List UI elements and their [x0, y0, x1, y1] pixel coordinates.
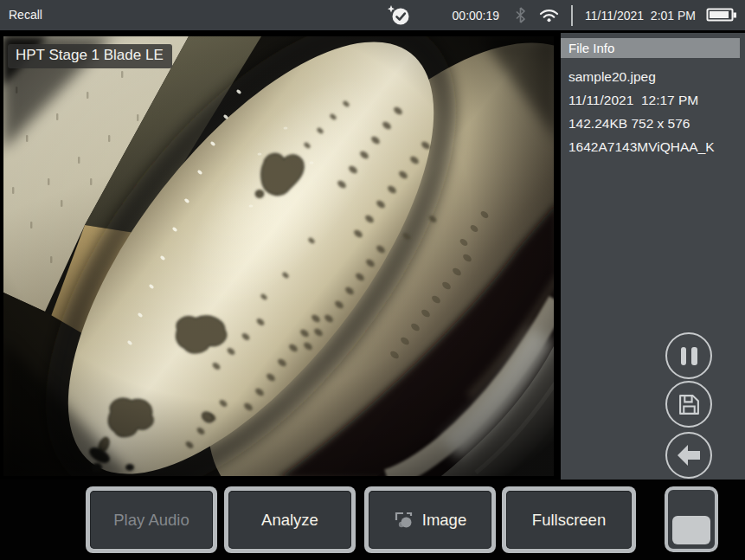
pause-button[interactable] [665, 332, 712, 379]
recording-timer: 00:00:19 [453, 9, 500, 23]
image-adjust-icon [394, 511, 414, 530]
image-label: Image [422, 511, 466, 530]
file-info-rows: sample20.jpeg 11/11/2021 12:17 PM 142.24… [561, 65, 745, 158]
borescope-photo [0, 33, 558, 480]
fullscreen-button[interactable]: Fullscreen [502, 486, 636, 553]
file-device-id: 1642A7143MViQHAA_K [561, 135, 745, 158]
analyze-button[interactable]: Analyze [224, 486, 356, 553]
battery-icon [706, 7, 738, 23]
image-viewport[interactable]: HPT Stage 1 Blade LE [0, 33, 558, 480]
file-info-panel: File Info sample20.jpeg 11/11/2021 12:17… [561, 33, 745, 480]
floppy-disk-icon [678, 393, 701, 416]
save-button[interactable] [665, 381, 712, 428]
softkey-page-toggle-button[interactable] [665, 486, 718, 552]
status-bar: Recall 00:00:19 11/11/2021 2:01 PM [0, 0, 745, 30]
file-name: sample20.jpeg [561, 65, 745, 88]
back-button[interactable] [665, 432, 712, 479]
mode-label: Recall [9, 8, 42, 22]
status-divider [571, 5, 573, 26]
play-audio-label: Play Audio [113, 511, 189, 530]
file-size-dimensions: 142.24KB 752 x 576 [561, 112, 745, 135]
bottom-softkey-bar: Play Audio Analyze Image Fullscreen [0, 480, 745, 560]
image-button[interactable]: Image [364, 486, 496, 553]
status-indicators: 00:00:19 11/11/2021 2:01 PM [387, 0, 738, 30]
analyze-label: Analyze [261, 511, 318, 530]
pause-icon [681, 347, 697, 365]
back-arrow-icon [676, 443, 702, 467]
file-datetime: 11/11/2021 12:17 PM [561, 88, 745, 112]
softkey-page-toggle-icon [672, 516, 710, 544]
annotation-label: HPT Stage 1 Blade LE [8, 44, 172, 68]
status-datetime: 11/11/2021 2:01 PM [585, 9, 696, 23]
wifi-icon [539, 8, 559, 23]
play-audio-button[interactable]: Play Audio [86, 486, 217, 553]
file-info-header: File Info [561, 38, 740, 58]
inspection-logo-icon [387, 4, 411, 27]
fullscreen-label: Fullscreen [532, 511, 606, 530]
bluetooth-icon [515, 7, 526, 23]
